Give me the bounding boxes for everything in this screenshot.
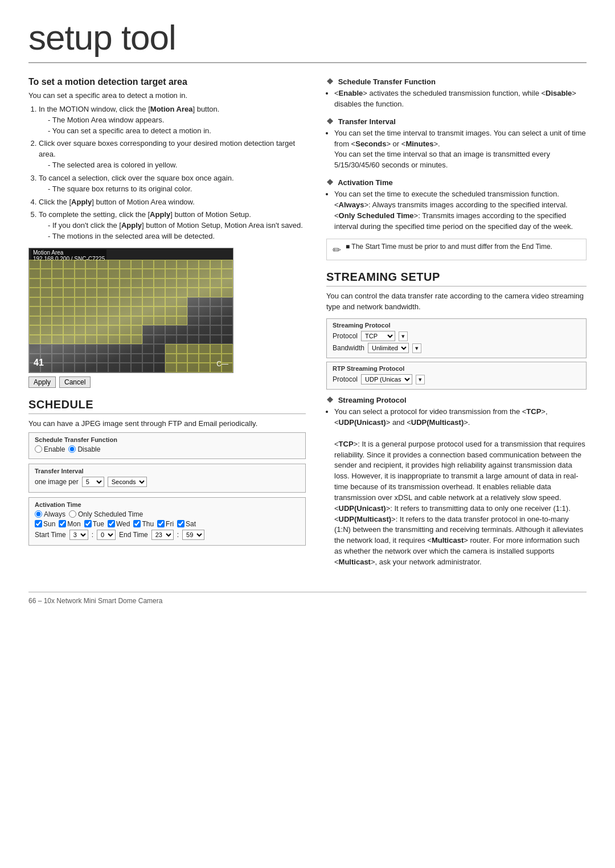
grid-cell[interactable] [120, 363, 131, 372]
apply-button[interactable]: Apply [28, 376, 56, 388]
grid-cell[interactable] [177, 269, 188, 279]
motion-grid-overlay[interactable] [29, 260, 233, 372]
grid-cell[interactable] [63, 269, 75, 279]
grid-cell[interactable] [40, 288, 52, 297]
grid-cell[interactable] [40, 260, 52, 269]
grid-cell[interactable] [75, 288, 86, 297]
tue-checkbox[interactable] [84, 520, 92, 527]
grid-cell[interactable] [154, 269, 165, 279]
grid-cell[interactable] [131, 325, 142, 335]
transfer-interval-value-select[interactable]: 5 15 30 45 60 [82, 477, 104, 487]
grid-cell[interactable] [210, 288, 222, 297]
grid-cell[interactable] [131, 297, 142, 307]
grid-cell[interactable] [165, 316, 177, 326]
grid-cell[interactable] [187, 297, 199, 307]
grid-cell[interactable] [97, 297, 108, 307]
grid-cell[interactable] [108, 344, 120, 354]
grid-cell[interactable] [97, 288, 108, 297]
grid-cell[interactable] [40, 316, 52, 326]
bandwidth-dropdown-arrow[interactable]: ▾ [412, 343, 421, 353]
grid-cell[interactable] [63, 335, 75, 345]
grid-cell[interactable] [199, 344, 210, 354]
grid-cell[interactable] [199, 325, 210, 335]
grid-cell[interactable] [29, 335, 40, 345]
mon-checkbox-label[interactable]: Mon [59, 520, 80, 528]
grid-cell[interactable] [131, 344, 142, 354]
grid-cell[interactable] [187, 279, 199, 288]
grid-cell[interactable] [40, 297, 52, 307]
grid-cell[interactable] [187, 354, 199, 363]
grid-cell[interactable] [97, 316, 108, 326]
grid-cell[interactable] [75, 316, 86, 326]
disable-radio[interactable] [68, 445, 76, 453]
wed-checkbox[interactable] [108, 520, 115, 527]
grid-cell[interactable] [97, 260, 108, 269]
fri-checkbox-label[interactable]: Fri [157, 520, 174, 528]
grid-cell[interactable] [120, 354, 131, 363]
grid-cell[interactable] [131, 306, 142, 316]
grid-cell[interactable] [154, 279, 165, 288]
grid-cell[interactable] [165, 354, 177, 363]
grid-cell[interactable] [142, 344, 154, 354]
thu-checkbox-label[interactable]: Thu [133, 520, 154, 528]
grid-cell[interactable] [52, 354, 63, 363]
grid-cell[interactable] [154, 316, 165, 326]
grid-cell[interactable] [29, 316, 40, 326]
grid-cell[interactable] [165, 306, 177, 316]
grid-cell[interactable] [210, 297, 222, 307]
grid-cell[interactable] [187, 260, 199, 269]
grid-cell[interactable] [222, 335, 233, 345]
grid-cell[interactable] [75, 279, 86, 288]
grid-cell[interactable] [154, 325, 165, 335]
grid-cell[interactable] [187, 316, 199, 326]
only-scheduled-radio[interactable] [69, 510, 76, 518]
grid-cell[interactable] [222, 297, 233, 307]
grid-cell[interactable] [177, 279, 188, 288]
grid-cell[interactable] [154, 297, 165, 307]
grid-cell[interactable] [120, 344, 131, 354]
grid-cell[interactable] [29, 344, 40, 354]
grid-cell[interactable] [142, 363, 154, 372]
grid-cell[interactable] [165, 344, 177, 354]
grid-cell[interactable] [52, 363, 63, 372]
grid-cell[interactable] [40, 335, 52, 345]
grid-cell[interactable] [199, 279, 210, 288]
grid-cell[interactable] [222, 316, 233, 326]
thu-checkbox[interactable] [133, 520, 141, 527]
grid-cell[interactable] [177, 288, 188, 297]
grid-cell[interactable] [154, 344, 165, 354]
always-radio-label[interactable]: Always [35, 510, 65, 518]
grid-cell[interactable] [142, 354, 154, 363]
grid-cell[interactable] [131, 354, 142, 363]
grid-cell[interactable] [120, 335, 131, 345]
grid-cell[interactable] [142, 288, 154, 297]
grid-cell[interactable] [120, 260, 131, 269]
grid-cell[interactable] [85, 354, 97, 363]
disable-radio-label[interactable]: Disable [68, 445, 100, 453]
grid-cell[interactable] [52, 306, 63, 316]
grid-cell[interactable] [63, 297, 75, 307]
grid-cell[interactable] [63, 260, 75, 269]
end-hour-select[interactable]: 23 [151, 530, 174, 540]
grid-cell[interactable] [131, 288, 142, 297]
grid-cell[interactable] [40, 269, 52, 279]
grid-cell[interactable] [210, 325, 222, 335]
grid-cell[interactable] [199, 288, 210, 297]
grid-cell[interactable] [75, 354, 86, 363]
grid-cell[interactable] [97, 344, 108, 354]
streaming-protocol-select[interactable]: TCP UDP (Unicast) UDP (Multicast) [361, 331, 395, 341]
grid-cell[interactable] [97, 325, 108, 335]
grid-cell[interactable] [154, 363, 165, 372]
grid-cell[interactable] [63, 288, 75, 297]
grid-cell[interactable] [210, 316, 222, 326]
grid-cell[interactable] [165, 279, 177, 288]
tue-checkbox-label[interactable]: Tue [84, 520, 104, 528]
grid-cell[interactable] [40, 279, 52, 288]
grid-cell[interactable] [177, 260, 188, 269]
grid-cell[interactable] [52, 279, 63, 288]
grid-cell[interactable] [108, 306, 120, 316]
grid-cell[interactable] [52, 288, 63, 297]
grid-cell[interactable] [142, 325, 154, 335]
grid-cell[interactable] [40, 344, 52, 354]
grid-cell[interactable] [165, 325, 177, 335]
